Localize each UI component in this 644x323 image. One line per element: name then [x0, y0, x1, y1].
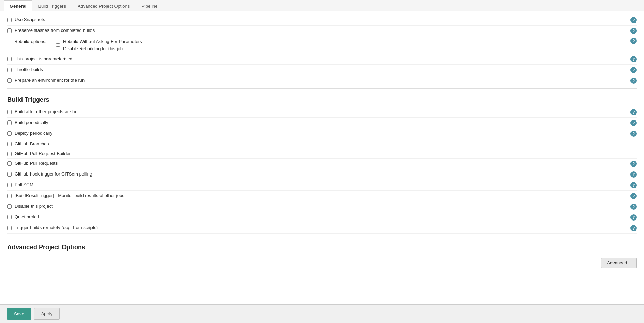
tab-advanced-project-options[interactable]: Advanced Project Options	[72, 0, 136, 11]
tab-general[interactable]: General	[4, 0, 32, 11]
advanced-button[interactable]: Advanced...	[601, 258, 637, 268]
rebuild-without-asking-label: Rebuild Without Asking For Parameters	[63, 39, 142, 44]
parameterised-row: This project is parameterised ?	[7, 54, 637, 65]
poll-scm-checkbox[interactable]	[7, 183, 12, 187]
preserve-stashes-help-icon[interactable]: ?	[630, 28, 637, 34]
build-result-trigger-help-icon[interactable]: ?	[630, 193, 637, 199]
disable-rebuilding-row: Disable Rebuilding for this job	[56, 45, 627, 52]
rebuild-options-row: Rebuild options: Rebuild Without Asking …	[7, 36, 637, 54]
preserve-stashes-row: Preserve stashes from completed builds ?	[7, 26, 637, 36]
rebuild-options-help-icon[interactable]: ?	[630, 38, 637, 44]
tabs-bar: General Build Triggers Advanced Project …	[0, 0, 644, 11]
poll-scm-row: Poll SCM ?	[7, 180, 637, 191]
prepare-environment-help-icon[interactable]: ?	[630, 78, 637, 84]
use-snapshots-help-icon[interactable]: ?	[630, 17, 637, 23]
rebuild-without-asking-row: Rebuild Without Asking For Parameters	[56, 38, 627, 45]
build-after-checkbox[interactable]	[7, 110, 12, 114]
bottom-action-bar: Save Apply	[0, 304, 644, 323]
github-pull-request-builder-checkbox[interactable]	[7, 152, 12, 156]
divider-1	[7, 88, 637, 89]
divider-2	[7, 236, 637, 236]
github-hook-trigger-help-icon[interactable]: ?	[630, 171, 637, 178]
rebuild-options-label: Rebuild options:	[7, 38, 56, 44]
use-snapshots-checkbox[interactable]	[7, 18, 12, 22]
build-result-trigger-row: [BuildResultTrigger] - Monitor build res…	[7, 191, 637, 201]
github-pull-request-builder-row: GitHub Pull Request Builder	[7, 149, 637, 159]
use-snapshots-label: Use Snapshots	[15, 17, 627, 22]
disable-project-checkbox[interactable]	[7, 204, 12, 209]
trigger-builds-remotely-help-icon[interactable]: ?	[630, 225, 637, 231]
build-periodically-help-icon[interactable]: ?	[630, 120, 637, 126]
disable-project-row: Disable this project ?	[7, 201, 637, 212]
tab-pipeline[interactable]: Pipeline	[136, 0, 163, 11]
github-hook-trigger-label: GitHub hook trigger for GITScm polling	[15, 171, 627, 177]
deploy-periodically-row: Deploy periodically ?	[7, 128, 637, 139]
save-button[interactable]: Save	[7, 308, 31, 320]
quiet-period-checkbox[interactable]	[7, 215, 12, 219]
deploy-periodically-checkbox[interactable]	[7, 131, 12, 136]
parameterised-checkbox[interactable]	[7, 57, 12, 61]
build-periodically-checkbox[interactable]	[7, 120, 12, 125]
disable-project-label: Disable this project	[15, 204, 627, 209]
github-branches-checkbox[interactable]	[7, 142, 12, 146]
use-snapshots-row: Use Snapshots ?	[7, 15, 637, 26]
github-pull-requests-row: GitHub Pull Requests ?	[7, 159, 637, 169]
quiet-period-label: Quiet period	[15, 214, 627, 219]
build-after-row: Build after other projects are built ?	[7, 107, 637, 118]
throttle-builds-row: Throttle builds ?	[7, 65, 637, 75]
poll-scm-help-icon[interactable]: ?	[630, 182, 637, 188]
advanced-project-options-title: Advanced Project Options	[7, 238, 637, 254]
parameterised-label: This project is parameterised	[15, 56, 627, 61]
prepare-environment-row: Prepare an environment for the run ?	[7, 75, 637, 86]
build-periodically-row: Build periodically ?	[7, 118, 637, 128]
github-pull-requests-help-icon[interactable]: ?	[630, 161, 637, 167]
build-triggers-section-title: Build Triggers	[7, 91, 637, 107]
poll-scm-label: Poll SCM	[15, 182, 627, 187]
throttle-builds-help-icon[interactable]: ?	[630, 67, 637, 73]
disable-rebuilding-checkbox[interactable]	[56, 46, 60, 51]
trigger-builds-remotely-checkbox[interactable]	[7, 226, 12, 230]
quiet-period-row: Quiet period ?	[7, 212, 637, 223]
deploy-periodically-help-icon[interactable]: ?	[630, 131, 637, 137]
quiet-period-help-icon[interactable]: ?	[630, 214, 637, 221]
throttle-builds-checkbox[interactable]	[7, 68, 12, 72]
github-branches-label: GitHub Branches	[15, 141, 637, 146]
trigger-builds-remotely-label: Trigger builds remotely (e.g., from scri…	[15, 225, 627, 230]
rebuild-without-asking-checkbox[interactable]	[56, 39, 60, 44]
build-periodically-label: Build periodically	[15, 120, 627, 125]
github-pull-request-builder-label: GitHub Pull Request Builder	[15, 151, 637, 156]
github-hook-trigger-row: GitHub hook trigger for GITScm polling ?	[7, 169, 637, 180]
preserve-stashes-label: Preserve stashes from completed builds	[15, 28, 627, 33]
apply-button[interactable]: Apply	[34, 308, 60, 320]
build-result-trigger-label: [BuildResultTrigger] - Monitor build res…	[15, 193, 627, 198]
prepare-environment-label: Prepare an environment for the run	[15, 78, 627, 83]
disable-rebuilding-label: Disable Rebuilding for this job	[63, 46, 123, 51]
rebuild-checkboxes-container: Rebuild Without Asking For Parameters Di…	[56, 38, 627, 52]
build-after-help-icon[interactable]: ?	[630, 109, 637, 115]
trigger-builds-remotely-row: Trigger builds remotely (e.g., from scri…	[7, 223, 637, 234]
github-branches-row: GitHub Branches	[7, 139, 637, 149]
disable-project-help-icon[interactable]: ?	[630, 204, 637, 210]
github-pull-requests-label: GitHub Pull Requests	[15, 161, 627, 166]
parameterised-help-icon[interactable]: ?	[630, 56, 637, 62]
advanced-button-row: Advanced...	[7, 254, 637, 271]
github-pull-requests-checkbox[interactable]	[7, 161, 12, 166]
prepare-environment-checkbox[interactable]	[7, 78, 12, 83]
build-after-label: Build after other projects are built	[15, 109, 627, 114]
tab-build-triggers[interactable]: Build Triggers	[32, 0, 71, 11]
build-result-trigger-checkbox[interactable]	[7, 194, 12, 198]
preserve-stashes-checkbox[interactable]	[7, 28, 12, 33]
github-hook-trigger-checkbox[interactable]	[7, 172, 12, 177]
throttle-builds-label: Throttle builds	[15, 67, 627, 72]
deploy-periodically-label: Deploy periodically	[15, 131, 627, 136]
